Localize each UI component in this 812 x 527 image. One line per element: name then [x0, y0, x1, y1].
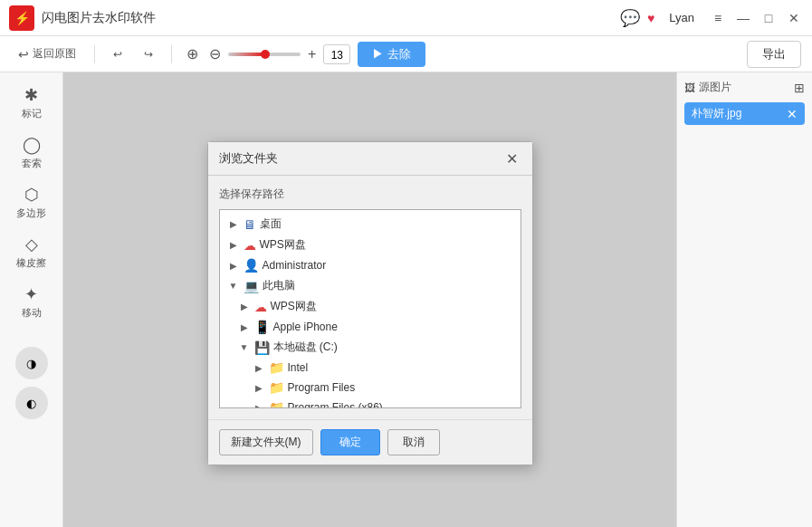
heart-icon[interactable]: ♥ — [647, 11, 654, 25]
mark-icon: ✱ — [24, 85, 38, 105]
file-tree[interactable]: ▶ 🖥 桌面 ▶ ☁ WPS网盘 ▶ 👤 Administrator ▼ 💻 此… — [219, 209, 521, 408]
maximize-button[interactable]: □ — [759, 9, 778, 27]
sidebar: ✱ 标记 ◯ 套索 ⬡ 多边形 ◇ 橡皮擦 ✦ 移动 ◑ ◐ — [0, 72, 63, 527]
zoom-out-button[interactable]: ⊖ — [205, 45, 224, 62]
dialog-title: 浏览文件夹 — [219, 150, 278, 167]
folder-icon: ☁ — [254, 300, 267, 314]
export-button[interactable]: 导出 — [747, 41, 801, 68]
app-title: 闪电图片去水印软件 — [42, 10, 620, 26]
redo-button[interactable]: ↪ — [137, 44, 160, 64]
close-button[interactable]: ✕ — [785, 9, 803, 27]
folder-icon: 💾 — [254, 340, 270, 355]
minimize-button[interactable]: — — [734, 9, 752, 27]
right-panel: 🖼 源图片 ⊞ 朴智妍.jpg ✕ — [676, 72, 812, 527]
expand-icon: ▶ — [238, 322, 251, 332]
menu-button[interactable]: ≡ — [709, 9, 727, 27]
eraser-icon: ◇ — [25, 235, 38, 254]
expand-icon: ▶ — [227, 261, 240, 271]
tree-item[interactable]: ▶ ☁ WPS网盘 — [220, 296, 521, 317]
grid-view-icon[interactable]: ⊞ — [794, 81, 805, 95]
tree-item-label: 桌面 — [260, 216, 513, 232]
tree-item-label: Administrator — [263, 259, 513, 272]
source-image-icon: 🖼 — [684, 81, 695, 94]
browse-folder-dialog: 浏览文件夹 ✕ 选择保存路径 ▶ 🖥 桌面 ▶ ☁ WPS网盘 ▶ 👤 Admi… — [207, 141, 533, 465]
sidebar-item-move[interactable]: ✦ 移动 — [5, 279, 59, 325]
toolbar-divider-1 — [94, 45, 95, 63]
sidebar-item-label: 橡皮擦 — [16, 256, 46, 270]
remove-button[interactable]: ▶ 去除 — [358, 42, 425, 67]
sidebar-item-lasso[interactable]: ◯ 套索 — [5, 129, 59, 176]
sidebar-item-polygon[interactable]: ⬡ 多边形 — [5, 179, 59, 225]
move-icon: ✦ — [24, 284, 38, 304]
folder-icon: 📁 — [269, 400, 284, 408]
dialog-header: 浏览文件夹 ✕ — [208, 142, 532, 176]
tree-item[interactable]: ▶ 📁 Program Files (x86) — [220, 398, 521, 408]
folder-icon: ☁ — [244, 238, 256, 253]
dialog-close-button[interactable]: ✕ — [503, 149, 521, 168]
folder-icon: 👤 — [244, 258, 259, 273]
panel-title: 🖼 源图片 — [684, 80, 731, 95]
sidebar-item-label: 标记 — [22, 107, 42, 120]
zoom-control: ⊕ ⊖ + 13 — [183, 44, 350, 64]
main-layout: ✱ 标记 ◯ 套索 ⬡ 多边形 ◇ 橡皮擦 ✦ 移动 ◑ ◐ — [0, 72, 812, 527]
wechat-icon[interactable]: 💬 — [620, 8, 640, 28]
cancel-button[interactable]: 取消 — [387, 429, 440, 455]
tree-item[interactable]: ▶ 📁 Program Files — [220, 378, 521, 398]
zoom-plus-button[interactable]: + — [304, 46, 320, 62]
file-close-button[interactable]: ✕ — [787, 107, 798, 121]
undo-button[interactable]: ↩ — [106, 44, 129, 64]
tree-item-label: Program Files (x86) — [288, 401, 513, 408]
zoom-value: 13 — [323, 44, 350, 64]
dialog-path-label: 选择保存路径 — [219, 187, 521, 202]
tree-item-label: Program Files — [288, 381, 513, 394]
title-bar-controls: 💬 ♥ Lyan ≡ — □ ✕ — [620, 8, 803, 28]
sidebar-item-eraser[interactable]: ◇ 橡皮擦 — [5, 229, 59, 275]
tree-item-label: 此电脑 — [263, 278, 513, 293]
expand-icon: ▼ — [227, 281, 240, 291]
sidebar-item-label: 多边形 — [16, 206, 46, 220]
folder-icon: 🖥 — [244, 217, 256, 232]
toggle-icon-1: ◑ — [26, 357, 36, 370]
toolbar: ↩ 返回原图 ↩ ↪ ⊕ ⊖ + 13 ▶ 去除 导出 — [0, 36, 812, 72]
back-icon: ↩ — [18, 47, 29, 62]
tree-item-label: Intel — [288, 361, 513, 374]
tree-item-label: Apple iPhone — [273, 321, 513, 333]
polygon-icon: ⬡ — [24, 185, 39, 205]
ok-button[interactable]: 确定 — [320, 429, 380, 455]
sidebar-item-mark[interactable]: ✱ 标记 — [5, 80, 59, 126]
sidebar-item-label: 移动 — [22, 306, 42, 320]
tree-item[interactable]: ▶ 📁 Intel — [220, 358, 521, 378]
toggle-button-2[interactable]: ◐ — [15, 387, 48, 419]
tree-item[interactable]: ▶ 👤 Administrator — [220, 255, 521, 275]
expand-icon: ▶ — [227, 240, 240, 250]
zoom-in-button[interactable]: ⊕ — [183, 45, 202, 62]
file-item[interactable]: 朴智妍.jpg ✕ — [684, 102, 805, 125]
zoom-slider[interactable] — [228, 53, 301, 56]
panel-header: 🖼 源图片 ⊞ — [684, 80, 805, 95]
new-folder-button[interactable]: 新建文件夹(M) — [219, 429, 313, 455]
expand-icon: ▶ — [227, 219, 240, 229]
user-name: Lyan — [669, 11, 694, 24]
toggle-button-1[interactable]: ◑ — [15, 347, 48, 379]
toolbar-divider-2 — [171, 45, 172, 63]
expand-icon: ▶ — [253, 403, 265, 409]
canvas-wrapper: 浏览文件夹 ✕ 选择保存路径 ▶ 🖥 桌面 ▶ ☁ WPS网盘 ▶ 👤 Admi… — [63, 72, 676, 527]
dialog-footer: 新建文件夹(M) 确定 取消 — [208, 419, 532, 465]
expand-icon: ▶ — [238, 302, 251, 311]
dialog-body: 选择保存路径 ▶ 🖥 桌面 ▶ ☁ WPS网盘 ▶ 👤 Administrato… — [208, 176, 532, 419]
tree-item[interactable]: ▶ 📱 Apple iPhone — [220, 317, 521, 337]
zoom-slider-thumb — [261, 50, 270, 59]
tree-item-label: 本地磁盘 (C:) — [273, 340, 513, 355]
tree-item[interactable]: ▶ 🖥 桌面 — [220, 214, 521, 235]
folder-icon: 💻 — [244, 279, 259, 293]
lasso-icon: ◯ — [23, 135, 41, 155]
back-button[interactable]: ↩ 返回原图 — [11, 43, 83, 65]
toggle-icon-2: ◐ — [26, 397, 36, 410]
dialog-overlay: 浏览文件夹 ✕ 选择保存路径 ▶ 🖥 桌面 ▶ ☁ WPS网盘 ▶ 👤 Admi… — [63, 72, 676, 527]
app-logo: ⚡ — [9, 5, 34, 31]
tree-item[interactable]: ▼ 💾 本地磁盘 (C:) — [220, 337, 521, 358]
tree-item[interactable]: ▼ 💻 此电脑 — [220, 275, 521, 296]
tree-item-label: WPS网盘 — [271, 299, 513, 314]
tree-item[interactable]: ▶ ☁ WPS网盘 — [220, 235, 521, 255]
sidebar-item-label: 套索 — [22, 157, 42, 170]
